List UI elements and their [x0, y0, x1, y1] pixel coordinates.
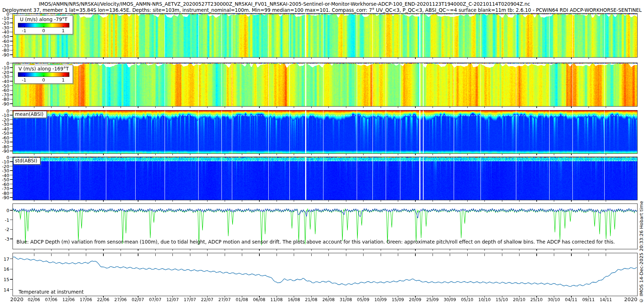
colorbar-tick-label: 1 — [62, 28, 65, 33]
x-tick-mark — [346, 107, 346, 108]
x-tick-mark — [554, 107, 554, 108]
x-tick-mark-inner — [536, 254, 537, 256]
x-tick-mark-inner — [606, 254, 606, 256]
x-tick-mark-inner — [225, 254, 225, 256]
x-tick-label: 25/10 — [530, 297, 543, 302]
y-tick-mark — [10, 85, 13, 86]
x-tick-mark — [294, 200, 294, 202]
x-tick-label: 26/08 — [322, 297, 335, 302]
x-tick-mark — [277, 200, 277, 202]
x-tick-mark — [363, 249, 364, 251]
x-tick-mark — [225, 107, 225, 108]
x-tick-mark — [207, 58, 208, 59]
y-tick-mark — [10, 63, 13, 64]
x-tick-mark — [277, 58, 277, 59]
y-tick-mark — [10, 94, 13, 95]
x-tick-mark — [259, 107, 259, 108]
y-tick-mark — [10, 229, 13, 230]
y-tick-mark — [10, 220, 13, 220]
x-tick-mark — [121, 58, 121, 59]
x-tick-mark — [225, 58, 225, 59]
x-tick-mark — [155, 249, 156, 251]
x-tick-mark — [34, 249, 34, 251]
v-velocity-heatmap-canvas — [13, 63, 637, 106]
y-tick-mark — [10, 137, 13, 138]
mean-absi-heatmap-canvas — [13, 111, 637, 153]
x-tick-mark — [172, 107, 173, 108]
x-tick-mark-inner — [484, 254, 485, 256]
x-tick-mark — [589, 107, 589, 108]
x-tick-mark — [571, 154, 571, 155]
y-tick-label: 17 — [0, 256, 9, 261]
x-tick-mark — [190, 107, 190, 108]
x-tick-mark — [415, 58, 415, 59]
x-tick-mark — [190, 154, 190, 155]
y-tick-label: -90 — [0, 148, 9, 154]
x-tick-mark-inner — [86, 254, 86, 256]
x-tick-mark — [121, 249, 121, 251]
adcp-velocity-report: IMOS/ANMN/NRS/NRSKAI/Velocity/IMOS_ANMN-… — [0, 0, 644, 304]
y-tick-mark — [10, 115, 13, 116]
x-tick-mark — [86, 200, 86, 202]
x-tick-label: 12/07 — [166, 297, 179, 302]
x-tick-mark — [502, 200, 502, 202]
colorbar-v-ticks: -101 — [18, 77, 69, 82]
x-tick-mark — [346, 58, 346, 59]
x-tick-mark — [519, 154, 519, 155]
x-tick-mark — [103, 107, 103, 108]
x-tick-label: 02/07 — [132, 297, 144, 302]
x-tick-label: 04/11 — [565, 297, 577, 302]
x-tick-mark — [381, 200, 381, 202]
y-tick-mark — [10, 157, 13, 158]
x-tick-mark — [571, 200, 571, 202]
y-tick-mark — [10, 188, 13, 189]
y-tick-mark — [10, 193, 13, 193]
x-tick-label: 22/06 — [97, 297, 109, 302]
x-tick-mark — [259, 58, 259, 59]
x-tick-mark-inner — [121, 254, 121, 256]
x-tick-mark-inner — [415, 254, 415, 256]
y-tick-mark — [10, 289, 13, 290]
x-tick-mark — [589, 249, 589, 251]
x-tick-mark — [259, 200, 259, 202]
y-tick-mark — [10, 239, 13, 239]
x-tick-mark — [398, 200, 398, 202]
x-tick-mark — [294, 249, 294, 251]
x-tick-mark-inner — [589, 254, 589, 256]
x-tick-mark — [381, 107, 381, 108]
x-axis-year-right: 2020 — [624, 296, 638, 302]
x-tick-mark — [554, 58, 554, 59]
x-tick-label: 30/10 — [548, 297, 560, 302]
y-tick-mark — [10, 128, 13, 129]
x-tick-mark — [207, 154, 208, 155]
x-tick-mark — [589, 154, 589, 155]
x-tick-mark — [155, 107, 156, 108]
panel-mean-absi: mean(ABSI) — [13, 110, 638, 154]
x-tick-mark — [398, 154, 398, 155]
x-tick-mark — [502, 107, 502, 108]
y-tick-mark — [10, 99, 13, 100]
x-tick-mark-inner — [34, 254, 34, 256]
x-tick-mark — [103, 58, 103, 59]
x-tick-mark — [225, 154, 225, 155]
x-tick-mark — [311, 107, 312, 108]
x-tick-mark — [242, 107, 242, 108]
page-subtitle: Deployment 37, member 1 lat=35.84S lon=1… — [0, 7, 644, 13]
x-tick-mark — [415, 200, 415, 202]
x-tick-mark-inner — [450, 254, 450, 256]
x-tick-label: 09/11 — [582, 297, 595, 302]
y-tick-mark — [10, 170, 13, 171]
x-tick-mark — [311, 154, 312, 155]
x-tick-mark — [381, 58, 381, 59]
x-tick-mark — [433, 154, 433, 155]
x-tick-mark — [51, 249, 52, 251]
panel-temperature: Temperature at instrument — [13, 253, 638, 296]
x-tick-mark — [259, 249, 259, 251]
x-tick-label: 14/11 — [600, 297, 612, 302]
x-tick-mark — [103, 154, 103, 155]
x-tick-mark — [415, 249, 415, 251]
x-tick-mark — [346, 200, 346, 202]
x-tick-mark — [69, 200, 69, 202]
x-tick-mark — [519, 200, 519, 202]
x-tick-label: 02/06 — [28, 297, 40, 302]
